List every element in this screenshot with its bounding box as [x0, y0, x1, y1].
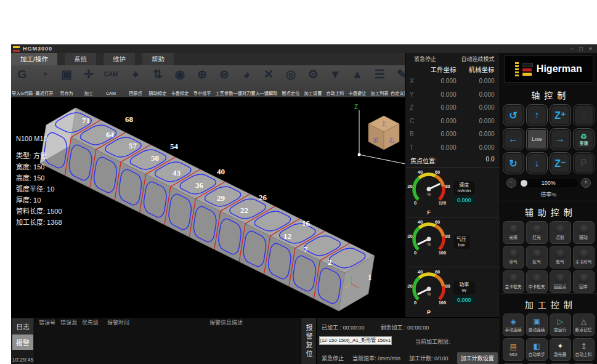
- recent-open-icon: ◔: [41, 67, 47, 82]
- aux-button[interactable]: 空气: [503, 246, 524, 269]
- brand-logo: Higerman: [504, 55, 593, 83]
- knob-icon: [579, 225, 589, 233]
- one-key-release-icon: ✕: [264, 67, 274, 82]
- aux-button[interactable]: 氮气: [526, 246, 548, 269]
- axis-button-jog-z-plus[interactable]: Z⁺: [550, 104, 571, 126]
- alarm-reset-button[interactable]: 报警复位: [301, 318, 316, 364]
- axis-button-speed-low[interactable]: Low: [526, 128, 548, 150]
- cam-icon: CAM: [104, 67, 118, 82]
- orientation-cube[interactable]: 上前右Zx: [354, 103, 405, 171]
- axis-button-jog-z-minus[interactable]: Z⁻: [550, 152, 571, 174]
- toolbar-button[interactable]: ◔最近打开: [33, 65, 55, 97]
- aux-button[interactable]: 主卡吹气: [573, 246, 595, 269]
- proc-button[interactable]: △断点记忆: [573, 313, 595, 336]
- aux-button[interactable]: 点射: [550, 221, 571, 244]
- svg-text:右: 右: [389, 137, 394, 144]
- toolbar-button[interactable]: ⊕寻中找平: [191, 65, 213, 97]
- alarm-table[interactable]: 错误号错误源优先级报警时间报警信息描述: [35, 318, 301, 364]
- toolbar-button[interactable]: ⌖回原点: [124, 65, 147, 97]
- proc-button[interactable]: ▣自动连续: [526, 313, 548, 336]
- svg-text:%: %: [427, 192, 431, 196]
- axis-button-jog-x-plus[interactable]: →: [550, 128, 571, 150]
- menu-tab[interactable]: 维护: [104, 53, 135, 65]
- gauge-label: 速度m/min: [453, 181, 475, 195]
- toolbar-button[interactable]: CAMCAM: [100, 65, 122, 97]
- close-button[interactable]: ×: [589, 46, 592, 52]
- aux-button-label: 回起点: [554, 283, 566, 289]
- toolbar-button[interactable]: ◕一键对刀置入: [235, 65, 258, 97]
- proc-button-label: 断点记忆: [575, 326, 592, 332]
- toolbar-button[interactable]: ▣另存为: [55, 65, 78, 97]
- focus-position-value: 0.0: [486, 156, 495, 165]
- proc-button[interactable]: ↥自动上料: [573, 338, 595, 361]
- part-number-label: 22: [240, 206, 248, 215]
- aux-button-label: 氧气: [556, 259, 565, 264]
- focus-position-label: 焦点位置:: [410, 156, 437, 165]
- toolbar-button[interactable]: ✎自定义按钮: [391, 65, 405, 97]
- aux-button[interactable]: 红光: [526, 221, 548, 244]
- part-number-label: 40: [217, 167, 225, 176]
- axis-button-jog-y-plus[interactable]: ↑: [526, 104, 548, 126]
- aux-button[interactable]: 光闸: [503, 221, 524, 244]
- svg-text:120: 120: [439, 200, 447, 206]
- machining-info-panel: 已加工 : 00:00:00 剩余加工 : 00:00:00 (12-150-1…: [316, 318, 499, 364]
- toolbar-button[interactable]: ✛加工: [78, 65, 100, 97]
- minimize-button[interactable]: –: [570, 46, 573, 52]
- knob-icon: [579, 249, 589, 258]
- tube-parameter: 厚度: 10: [16, 195, 62, 206]
- part-number-label: 2: [328, 257, 332, 267]
- toolbar-button[interactable]: ⇅随动标定: [147, 65, 169, 97]
- current-file-field[interactable]: (12-150-150t)_A1_矩形管 150x15: [319, 336, 392, 345]
- aux-button[interactable]: 主卡松夹: [503, 270, 524, 293]
- status-tab[interactable]: 报警: [12, 334, 33, 350]
- part-number-label: 71: [82, 116, 90, 125]
- toolbar-button[interactable]: ◉卡盘标定: [169, 65, 191, 97]
- knob-icon: [532, 274, 542, 283]
- proc-button-icon: ▣: [534, 317, 540, 326]
- toolbar-button[interactable]: G导入G代码: [11, 65, 33, 97]
- toolbar-button[interactable]: ◎断点定位: [280, 65, 302, 97]
- toolbar-button[interactable]: ☰加工列表: [368, 65, 391, 97]
- toolbar-button[interactable]: ⚙加工设置: [302, 65, 324, 97]
- tube-parameter: 高度: 150: [16, 172, 62, 184]
- axis-button-rotate-a-plus[interactable]: ↺: [503, 104, 524, 126]
- aux-control-title: 辅助控制: [500, 201, 597, 221]
- aux-button[interactable]: 回中: [573, 270, 595, 293]
- aux-button[interactable]: 中卡松夹: [526, 270, 548, 293]
- rate-slider[interactable]: 100%: [519, 179, 578, 187]
- toolbar-button[interactable]: ▲卡盘避让: [346, 65, 368, 97]
- toolbar-button[interactable]: ▼自动上料: [324, 65, 346, 97]
- aux-button[interactable]: 回起点: [550, 270, 571, 293]
- menu-tab[interactable]: 加工/操作: [11, 53, 57, 65]
- status-tab[interactable]: 日志: [12, 318, 33, 334]
- toolbar-button[interactable]: ✕一键解除: [258, 65, 280, 97]
- proc-button[interactable]: ▤MDI: [503, 338, 524, 361]
- axis-button-rotate-a-minus[interactable]: ↻: [503, 152, 524, 174]
- rate-plus-button[interactable]: +: [581, 178, 591, 188]
- estop-status[interactable]: 紧急停止: [414, 55, 436, 63]
- proc-button[interactable]: ◈手动连续: [503, 313, 524, 336]
- svg-text:0: 0: [414, 300, 416, 305]
- axis-button-jog-x-minus[interactable]: ←: [503, 128, 524, 150]
- aux-button-label: 空气: [509, 259, 518, 264]
- toolbar-button[interactable]: ⊜工艺参数: [213, 65, 235, 97]
- axis-button-jog-y-minus[interactable]: ↓: [526, 152, 548, 174]
- rate-slider-knob[interactable]: [521, 180, 527, 187]
- proc-button[interactable]: ✦激光器: [550, 338, 571, 361]
- count-settings-button[interactable]: 加工计数设置: [457, 352, 498, 364]
- proc-button[interactable]: ◧自动单步: [526, 338, 548, 361]
- status-bar: 日志报警10:29:45 错误号错误源优先级报警时间报警信息描述 报警复位 已加…: [11, 317, 499, 364]
- auto-mode-status[interactable]: 自动连续模式: [461, 55, 495, 63]
- toolbar-button-label: 工艺参数: [216, 90, 234, 96]
- svg-text:40: 40: [418, 269, 423, 275]
- menu-tab[interactable]: 帮助: [142, 53, 174, 65]
- maximize-button[interactable]: □: [579, 46, 582, 52]
- proc-button[interactable]: ▷空运行: [550, 313, 571, 336]
- axis-button-speed-change[interactable]: ♻变速: [573, 128, 595, 150]
- rate-minus-button[interactable]: −: [506, 178, 516, 188]
- menu-tab[interactable]: 系统: [65, 53, 96, 65]
- tube-parameter: 弧度半径: 10: [16, 184, 62, 195]
- svg-text:40: 40: [418, 219, 423, 225]
- aux-button[interactable]: 氧气: [550, 246, 571, 269]
- aux-button[interactable]: 随动: [573, 221, 595, 244]
